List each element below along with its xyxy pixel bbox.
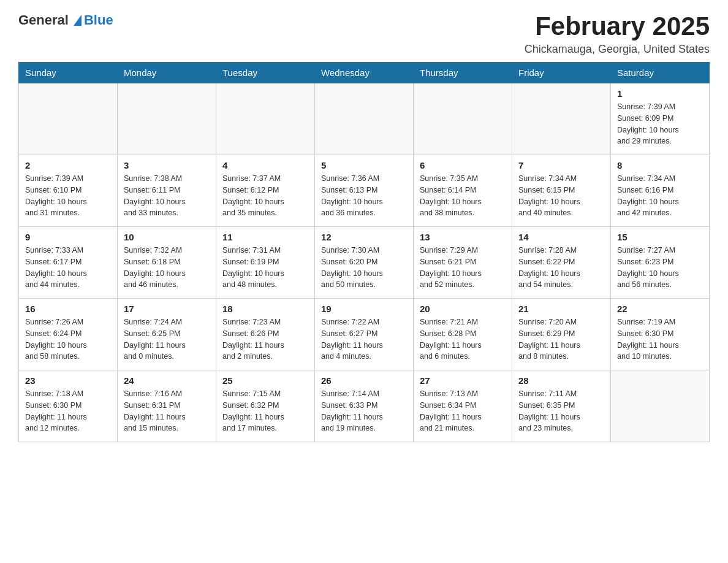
week-row-2: 9 Sunrise: 7:33 AMSunset: 6:17 PMDayligh…	[19, 227, 710, 299]
header-tuesday: Tuesday	[216, 63, 315, 83]
calendar-cell: 21 Sunrise: 7:20 AMSunset: 6:29 PMDaylig…	[512, 299, 611, 370]
calendar-cell: 11 Sunrise: 7:31 AMSunset: 6:19 PMDaylig…	[216, 227, 315, 299]
calendar-subtitle: Chickamauga, Georgia, United States	[525, 43, 710, 56]
calendar-cell: 23 Sunrise: 7:18 AMSunset: 6:30 PMDaylig…	[19, 370, 118, 442]
day-info: Sunrise: 7:29 AMSunset: 6:21 PMDaylight:…	[420, 245, 506, 291]
day-info: Sunrise: 7:35 AMSunset: 6:14 PMDaylight:…	[420, 173, 506, 219]
calendar-cell: 4 Sunrise: 7:37 AMSunset: 6:12 PMDayligh…	[216, 155, 315, 227]
week-row-4: 23 Sunrise: 7:18 AMSunset: 6:30 PMDaylig…	[19, 370, 710, 442]
day-number: 25	[222, 375, 308, 386]
day-number: 14	[518, 232, 604, 242]
day-info: Sunrise: 7:14 AMSunset: 6:33 PMDaylight:…	[321, 388, 407, 434]
week-row-0: 1 Sunrise: 7:39 AMSunset: 6:09 PMDayligh…	[19, 83, 710, 155]
calendar-cell: 27 Sunrise: 7:13 AMSunset: 6:34 PMDaylig…	[414, 370, 512, 442]
calendar-cell: 13 Sunrise: 7:29 AMSunset: 6:21 PMDaylig…	[414, 227, 512, 299]
day-info: Sunrise: 7:20 AMSunset: 6:29 PMDaylight:…	[518, 316, 604, 362]
day-number: 21	[518, 304, 604, 314]
logo: General Blue	[18, 12, 113, 28]
header-sunday: Sunday	[19, 63, 118, 83]
day-number: 15	[617, 232, 703, 242]
calendar-title: February 2025	[525, 12, 710, 40]
calendar-cell	[414, 83, 512, 155]
calendar-cell: 8 Sunrise: 7:34 AMSunset: 6:16 PMDayligh…	[611, 155, 710, 227]
day-number: 1	[617, 88, 703, 99]
day-number: 20	[420, 304, 506, 314]
day-number: 9	[25, 232, 111, 242]
calendar-cell: 20 Sunrise: 7:21 AMSunset: 6:28 PMDaylig…	[414, 299, 512, 370]
calendar-table: Sunday Monday Tuesday Wednesday Thursday…	[18, 62, 710, 442]
day-info: Sunrise: 7:16 AMSunset: 6:31 PMDaylight:…	[124, 388, 210, 434]
day-number: 8	[617, 160, 703, 170]
day-info: Sunrise: 7:11 AMSunset: 6:35 PMDaylight:…	[518, 388, 604, 434]
logo-text-general: General	[18, 12, 69, 28]
calendar-cell: 19 Sunrise: 7:22 AMSunset: 6:27 PMDaylig…	[315, 299, 414, 370]
day-number: 17	[124, 304, 210, 314]
calendar-cell: 12 Sunrise: 7:30 AMSunset: 6:20 PMDaylig…	[315, 227, 414, 299]
calendar-cell	[512, 83, 611, 155]
calendar-cell: 16 Sunrise: 7:26 AMSunset: 6:24 PMDaylig…	[19, 299, 118, 370]
day-number: 7	[518, 160, 604, 170]
calendar-cell: 2 Sunrise: 7:39 AMSunset: 6:10 PMDayligh…	[19, 155, 118, 227]
day-info: Sunrise: 7:27 AMSunset: 6:23 PMDaylight:…	[617, 245, 703, 291]
calendar-cell	[19, 83, 118, 155]
day-info: Sunrise: 7:39 AMSunset: 6:10 PMDaylight:…	[25, 173, 111, 219]
week-row-3: 16 Sunrise: 7:26 AMSunset: 6:24 PMDaylig…	[19, 299, 710, 370]
day-info: Sunrise: 7:34 AMSunset: 6:16 PMDaylight:…	[617, 173, 703, 219]
day-info: Sunrise: 7:36 AMSunset: 6:13 PMDaylight:…	[321, 173, 407, 219]
calendar-cell: 9 Sunrise: 7:33 AMSunset: 6:17 PMDayligh…	[19, 227, 118, 299]
day-number: 28	[518, 375, 604, 386]
day-info: Sunrise: 7:22 AMSunset: 6:27 PMDaylight:…	[321, 316, 407, 362]
week-row-1: 2 Sunrise: 7:39 AMSunset: 6:10 PMDayligh…	[19, 155, 710, 227]
weekday-header-row: Sunday Monday Tuesday Wednesday Thursday…	[19, 63, 710, 83]
header-wednesday: Wednesday	[315, 63, 414, 83]
header-saturday: Saturday	[611, 63, 710, 83]
day-info: Sunrise: 7:19 AMSunset: 6:30 PMDaylight:…	[617, 316, 703, 362]
day-number: 3	[124, 160, 210, 170]
page-header: General Blue February 2025 Chickamauga, …	[18, 12, 710, 56]
day-info: Sunrise: 7:13 AMSunset: 6:34 PMDaylight:…	[420, 388, 506, 434]
day-number: 12	[321, 232, 407, 242]
header-thursday: Thursday	[414, 63, 512, 83]
calendar-cell: 17 Sunrise: 7:24 AMSunset: 6:25 PMDaylig…	[118, 299, 216, 370]
day-number: 22	[617, 304, 703, 314]
day-info: Sunrise: 7:33 AMSunset: 6:17 PMDaylight:…	[25, 245, 111, 291]
calendar-cell: 14 Sunrise: 7:28 AMSunset: 6:22 PMDaylig…	[512, 227, 611, 299]
calendar-cell: 26 Sunrise: 7:14 AMSunset: 6:33 PMDaylig…	[315, 370, 414, 442]
calendar-cell: 22 Sunrise: 7:19 AMSunset: 6:30 PMDaylig…	[611, 299, 710, 370]
day-number: 2	[25, 160, 111, 170]
calendar-cell	[315, 83, 414, 155]
day-info: Sunrise: 7:18 AMSunset: 6:30 PMDaylight:…	[25, 388, 111, 434]
calendar-cell	[118, 83, 216, 155]
calendar-cell: 6 Sunrise: 7:35 AMSunset: 6:14 PMDayligh…	[414, 155, 512, 227]
calendar-cell: 18 Sunrise: 7:23 AMSunset: 6:26 PMDaylig…	[216, 299, 315, 370]
logo-text-blue: Blue	[84, 12, 113, 28]
header-friday: Friday	[512, 63, 611, 83]
day-number: 24	[124, 375, 210, 386]
day-number: 16	[25, 304, 111, 314]
day-number: 23	[25, 375, 111, 386]
day-info: Sunrise: 7:39 AMSunset: 6:09 PMDaylight:…	[617, 101, 703, 147]
day-info: Sunrise: 7:31 AMSunset: 6:19 PMDaylight:…	[222, 245, 308, 291]
calendar-cell: 3 Sunrise: 7:38 AMSunset: 6:11 PMDayligh…	[118, 155, 216, 227]
day-number: 13	[420, 232, 506, 242]
calendar-cell: 24 Sunrise: 7:16 AMSunset: 6:31 PMDaylig…	[118, 370, 216, 442]
day-info: Sunrise: 7:34 AMSunset: 6:15 PMDaylight:…	[518, 173, 604, 219]
day-number: 4	[222, 160, 308, 170]
day-info: Sunrise: 7:15 AMSunset: 6:32 PMDaylight:…	[222, 388, 308, 434]
calendar-cell	[216, 83, 315, 155]
calendar-cell: 28 Sunrise: 7:11 AMSunset: 6:35 PMDaylig…	[512, 370, 611, 442]
day-number: 10	[124, 232, 210, 242]
day-info: Sunrise: 7:30 AMSunset: 6:20 PMDaylight:…	[321, 245, 407, 291]
day-number: 5	[321, 160, 407, 170]
day-number: 6	[420, 160, 506, 170]
day-info: Sunrise: 7:24 AMSunset: 6:25 PMDaylight:…	[124, 316, 210, 362]
day-info: Sunrise: 7:23 AMSunset: 6:26 PMDaylight:…	[222, 316, 308, 362]
day-number: 19	[321, 304, 407, 314]
calendar-cell: 7 Sunrise: 7:34 AMSunset: 6:15 PMDayligh…	[512, 155, 611, 227]
calendar-cell: 25 Sunrise: 7:15 AMSunset: 6:32 PMDaylig…	[216, 370, 315, 442]
header-monday: Monday	[118, 63, 216, 83]
day-info: Sunrise: 7:26 AMSunset: 6:24 PMDaylight:…	[25, 316, 111, 362]
day-number: 11	[222, 232, 308, 242]
day-info: Sunrise: 7:28 AMSunset: 6:22 PMDaylight:…	[518, 245, 604, 291]
day-info: Sunrise: 7:38 AMSunset: 6:11 PMDaylight:…	[124, 173, 210, 219]
